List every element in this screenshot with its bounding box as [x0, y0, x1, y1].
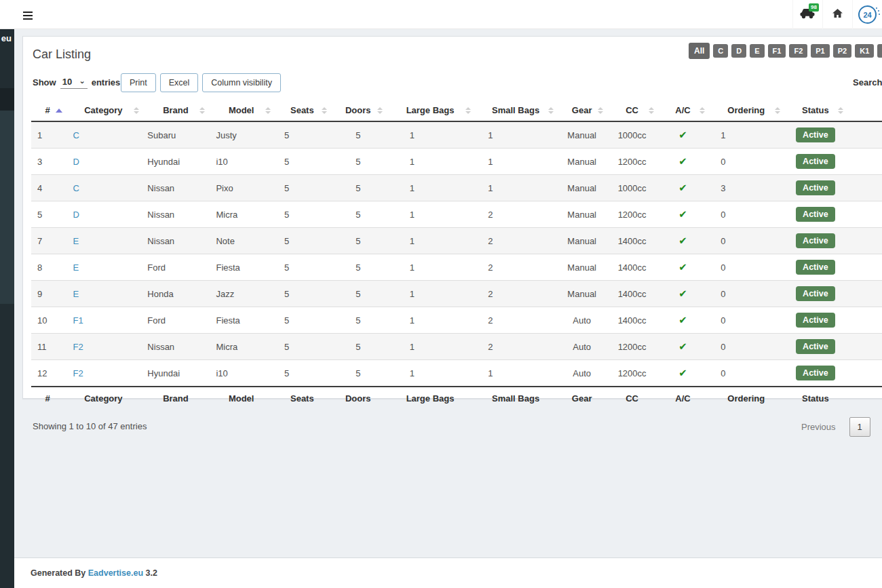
table-footer-row: #CategoryBrandModelSeatsDoorsLarge BagsS…	[31, 387, 882, 410]
car-listing-card: Car Listing AllCDEF1F2P1P2K1K2 Show 10 ⌄…	[22, 36, 882, 399]
status-badge[interactable]: Active	[796, 180, 835, 195]
table-cell: 1200cc	[607, 334, 657, 360]
table-cell: 1	[31, 121, 64, 149]
pagination-page-1[interactable]: 1	[849, 417, 870, 437]
category-link[interactable]: F2	[73, 368, 83, 378]
status-badge[interactable]: Active	[796, 366, 835, 380]
table-cell: Manual	[557, 201, 607, 228]
ac-cell: ✔	[657, 175, 708, 201]
excel-button[interactable]: Excel	[160, 73, 199, 92]
pagination-previous-button[interactable]: Previous	[801, 417, 845, 437]
table-cell: Manual	[557, 281, 607, 307]
sort-both-icon	[265, 107, 271, 114]
filter-button-k2[interactable]: K2	[877, 44, 882, 58]
category-link[interactable]: E	[73, 262, 79, 273]
cars-nav-item[interactable]: 98	[792, 0, 822, 29]
filter-button-p2[interactable]: P2	[833, 44, 851, 58]
column-header-cc[interactable]: CC	[607, 100, 657, 121]
column-header-seats[interactable]: Seats	[274, 100, 330, 121]
print-button[interactable]: Print	[121, 73, 156, 92]
table-cell: 5	[274, 201, 330, 228]
table-cell: 1	[386, 307, 474, 334]
column-header-brand[interactable]: Brand	[142, 100, 208, 121]
sort-asc-icon	[56, 109, 62, 113]
category-link[interactable]: C	[73, 183, 79, 193]
export-buttons: PrintExcelColumn visibility	[121, 73, 281, 92]
eadvertise-link[interactable]: Eadvertise.eu	[88, 568, 143, 578]
status-badge[interactable]: Active	[796, 154, 835, 169]
menu-toggle-button[interactable]	[21, 8, 35, 22]
home-nav-item[interactable]	[822, 0, 852, 29]
ac-cell: ✔	[657, 307, 708, 334]
table-cell: 5	[330, 175, 386, 201]
table-cell: 1400cc	[607, 281, 657, 307]
sidebar-active-item[interactable]	[0, 88, 14, 111]
page-length-select[interactable]: 10 ⌄	[60, 76, 88, 89]
footer-header-gear: Gear	[557, 387, 607, 410]
category-link[interactable]: F1	[73, 315, 83, 326]
table-cell: Auto	[557, 360, 607, 387]
filter-button-k1[interactable]: K1	[855, 44, 874, 58]
table-cell: Nissan	[142, 175, 208, 201]
column-header-model[interactable]: Model	[208, 100, 273, 121]
column-header-a-c[interactable]: A/C	[657, 100, 708, 121]
table-cell: 1	[386, 360, 474, 387]
status-badge[interactable]: Active	[796, 313, 835, 328]
table-cell: 1200cc	[607, 149, 657, 175]
table-cell: Nissan	[142, 334, 208, 360]
table-cell: Manual	[557, 121, 607, 149]
filter-button-p1[interactable]: P1	[811, 44, 829, 58]
pagination-page-2[interactable]: 2	[875, 418, 882, 436]
check-icon: ✔	[678, 129, 687, 140]
column-header-small-bags[interactable]: Small Bags	[474, 100, 557, 121]
category-link[interactable]: E	[73, 236, 79, 246]
table-cell: 1200cc	[607, 360, 657, 387]
filter-button-all[interactable]: All	[689, 43, 710, 59]
status-badge[interactable]: Active	[796, 339, 835, 354]
check-icon: ✔	[678, 155, 687, 167]
table-cell: 8	[31, 254, 64, 281]
table-cell: 3	[708, 175, 784, 201]
status-badge[interactable]: Active	[796, 128, 835, 142]
column-header-category[interactable]: Category	[64, 100, 142, 121]
check-icon: ✔	[678, 182, 687, 193]
table-cell: Fiesta	[208, 254, 273, 281]
sort-both-icon	[775, 107, 780, 114]
table-cell: 1	[386, 334, 474, 360]
category-link[interactable]: E	[73, 289, 79, 299]
footer-header-a-c: A/C	[657, 387, 708, 410]
column-header-status[interactable]: Status	[784, 100, 847, 121]
column-header-ordering[interactable]: Ordering	[708, 100, 784, 121]
table-cell: 0	[708, 201, 784, 228]
footer-header-status: Status	[784, 387, 847, 410]
check-icon: ✔	[678, 288, 687, 299]
status-badge[interactable]: Active	[796, 260, 835, 275]
table-cell: Nissan	[142, 201, 208, 228]
table-footer-bar: Showing 1 to 10 of 47 entries Previous12	[31, 417, 882, 440]
column-visibility-button[interactable]: Column visibility	[202, 73, 281, 92]
filter-button-f2[interactable]: F2	[789, 44, 807, 58]
category-link[interactable]: D	[73, 210, 79, 220]
filter-button-e[interactable]: E	[750, 44, 764, 58]
table-cell: Fiesta	[208, 307, 273, 334]
filter-button-c[interactable]: C	[713, 44, 728, 58]
status-badge[interactable]: Active	[796, 286, 835, 301]
category-link[interactable]: D	[73, 157, 79, 167]
table-controls: Show 10 ⌄ entries PrintExcelColumn visib…	[31, 73, 882, 94]
status-badge[interactable]: Active	[796, 233, 835, 248]
filter-button-d[interactable]: D	[731, 44, 746, 58]
filter-button-f1[interactable]: F1	[768, 44, 786, 58]
table-cell: Manual	[557, 254, 607, 281]
column-header-gear[interactable]: Gear	[557, 100, 607, 121]
logo-24-nav-item[interactable]: 24	[852, 0, 882, 29]
category-link[interactable]: C	[73, 130, 79, 140]
column-header-large-bags[interactable]: Large Bags	[386, 100, 474, 121]
table-cell: Note	[208, 228, 273, 254]
column-header-doors[interactable]: Doors	[330, 100, 386, 121]
table-cell: 2	[474, 307, 557, 334]
category-link[interactable]: F2	[73, 342, 83, 352]
status-badge[interactable]: Active	[796, 207, 835, 222]
category-cell: F2	[64, 334, 142, 360]
sort-both-icon	[199, 107, 205, 114]
column-header--[interactable]: #	[31, 100, 64, 121]
